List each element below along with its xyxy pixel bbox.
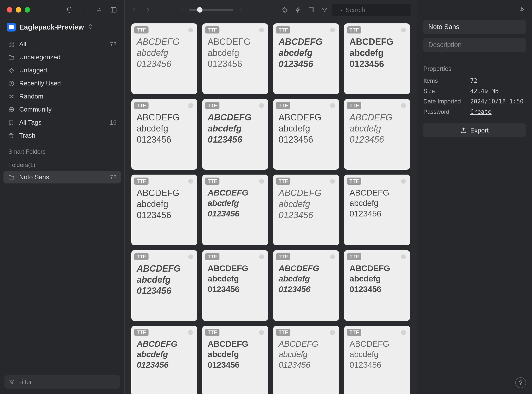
status-dot: [259, 28, 264, 33]
folder-icon: [8, 174, 15, 181]
svg-rect-4: [12, 45, 14, 47]
font-card[interactable]: TTF ABCDEFG abcdefg 0123456: [273, 326, 339, 394]
sidebar-item-label: All Tags: [19, 119, 42, 126]
transfer-icon[interactable]: [95, 6, 103, 14]
window-close-button[interactable]: [7, 7, 12, 13]
sidebar-item-community[interactable]: Community: [3, 103, 121, 116]
format-badge: TTF: [347, 178, 361, 185]
action-icon[interactable]: [294, 6, 302, 14]
sidebar-folders: Noto Sans 72: [0, 170, 124, 185]
sidebar-item-count: 72: [110, 41, 116, 48]
property-value: 72: [470, 77, 477, 84]
font-card[interactable]: TTF ABCDEFG abcdefg 0123456: [131, 174, 198, 246]
search-input[interactable]: [346, 6, 423, 14]
divider: [423, 59, 526, 59]
grid-icon: [8, 41, 15, 48]
font-card[interactable]: TTF ABCDEFG abcdefg 0123456: [344, 23, 410, 94]
font-sample: ABCDEFG abcdefg 0123456: [137, 36, 192, 69]
format-badge: TTF: [347, 26, 361, 33]
smart-folders-label[interactable]: Smart Folders: [0, 143, 124, 157]
grid-scroll[interactable]: TTF ABCDEFG abcdefg 0123456 TTF ABCDEFG …: [125, 20, 417, 394]
chevron-down-icon[interactable]: ⌄: [339, 7, 343, 13]
zoom-thumb[interactable]: [197, 7, 202, 13]
format-badge: TTF: [276, 26, 290, 33]
status-dot: [259, 179, 264, 184]
sidebar-item-random[interactable]: Random: [3, 90, 121, 103]
clock-icon: [8, 80, 15, 87]
export-button[interactable]: Export: [423, 123, 526, 137]
font-card[interactable]: TTF ABCDEFG abcdefg 0123456: [202, 99, 268, 170]
font-card[interactable]: TTF ABCDEFG abcdefg 0123456: [131, 326, 198, 394]
sidebar: Eaglepack-Preview All 72 Uncategorized U…: [0, 0, 125, 394]
layout-icon[interactable]: [307, 6, 315, 14]
property-value: 2024/10/18 1:50: [470, 98, 524, 105]
font-card[interactable]: TTF ABCDEFG abcdefg 0123456: [273, 250, 339, 321]
font-card[interactable]: TTF ABCDEFG abcdefg 0123456: [131, 250, 198, 321]
create-password-link[interactable]: Create: [470, 108, 492, 115]
help-button[interactable]: ?: [515, 377, 526, 388]
font-sample: ABCDEFG abcdefg 0123456: [137, 263, 192, 296]
font-card[interactable]: TTF ABCDEFG abcdefg 0123456: [344, 99, 410, 170]
zoom-slider[interactable]: [189, 9, 233, 11]
path-indicator[interactable]: [157, 6, 165, 14]
filter-toolbar-icon[interactable]: [321, 6, 329, 14]
format-badge: TTF: [347, 253, 361, 260]
font-card[interactable]: TTF ABCDEFG abcdefg 0123456: [273, 174, 339, 246]
sidebar-item-label: Untagged: [19, 66, 47, 74]
nav-forward-button[interactable]: [144, 6, 152, 14]
search-box[interactable]: ⌄: [332, 4, 411, 16]
font-card[interactable]: TTF ABCDEFG abcdefg 0123456: [131, 23, 198, 94]
font-card[interactable]: TTF ABCDEFG abcdefg 0123456: [273, 23, 339, 94]
zoom-out-button[interactable]: −: [178, 6, 185, 14]
property-key: Date Imported: [423, 98, 470, 105]
svg-rect-8: [309, 8, 314, 12]
sidebar-item-uncategorized[interactable]: Uncategorized: [3, 51, 121, 64]
sidebar-item-trash[interactable]: Trash: [3, 129, 121, 142]
notifications-icon[interactable]: [65, 6, 73, 14]
font-card[interactable]: TTF ABCDEFG abcdefg 0123456: [344, 250, 410, 321]
sidebar-item-untagged[interactable]: Untagged: [3, 64, 121, 77]
font-sample: ABCDEFG abcdefg 0123456: [279, 187, 334, 221]
folders-label[interactable]: Folders(1): [0, 157, 124, 170]
inspector-title-field[interactable]: Noto Sans: [423, 20, 526, 34]
inspector-description-field[interactable]: Description: [423, 38, 526, 52]
font-card[interactable]: TTF ABCDEFG abcdefg 0123456: [202, 326, 268, 394]
format-badge: TTF: [276, 253, 290, 260]
sidebar-item-label: Trash: [19, 132, 35, 139]
sidebar-folder-noto-sans[interactable]: Noto Sans 72: [3, 171, 121, 183]
window-minimize-button[interactable]: [16, 7, 21, 13]
traffic-lights: [7, 7, 30, 13]
status-dot: [259, 103, 264, 108]
sidebar-item-all[interactable]: All 72: [3, 38, 121, 50]
font-card[interactable]: TTF ABCDEFG abcdefg 0123456: [202, 250, 268, 321]
font-card[interactable]: TTF ABCDEFG abcdefg 0123456: [202, 23, 268, 94]
library-switcher[interactable]: Eaglepack-Preview: [0, 20, 124, 37]
font-card[interactable]: TTF ABCDEFG abcdefg 0123456: [131, 99, 198, 170]
nav-back-button[interactable]: [131, 6, 138, 14]
sidebar-item-all-tags[interactable]: All Tags 16: [3, 116, 121, 129]
window-maximize-button[interactable]: [25, 7, 30, 13]
inspector: Noto Sans Description Properties Items 7…: [417, 0, 532, 394]
font-card[interactable]: TTF ABCDEFG abcdefg 0123456: [273, 99, 339, 170]
add-icon[interactable]: [80, 6, 88, 14]
status-dot: [330, 179, 335, 184]
sidebar-item-count: 72: [110, 174, 116, 181]
font-card[interactable]: TTF ABCDEFG abcdefg 0123456: [344, 174, 410, 246]
extension-icon[interactable]: [281, 6, 289, 14]
sidebar-collections: All 72 Uncategorized Untagged Recently U…: [0, 37, 124, 143]
sidebar-item-recently-used[interactable]: Recently Used: [3, 77, 121, 90]
font-card[interactable]: TTF ABCDEFG abcdefg 0123456: [202, 174, 268, 246]
svg-rect-1: [9, 42, 11, 44]
sidebar-item-label: Community: [19, 106, 51, 113]
format-badge: TTF: [205, 178, 219, 185]
font-sample: ABCDEFG abcdefg 0123456: [279, 339, 334, 370]
pin-icon[interactable]: [519, 6, 526, 14]
property-key: Size: [423, 88, 470, 95]
svg-rect-2: [12, 42, 14, 44]
zoom-in-button[interactable]: +: [237, 6, 244, 14]
font-card[interactable]: TTF ABCDEFG abcdefg 0123456: [344, 326, 410, 394]
filter-input[interactable]: Filter: [4, 375, 120, 389]
properties-label: Properties: [423, 65, 526, 72]
status-dot: [259, 254, 264, 259]
toggle-sidebar-icon[interactable]: [110, 6, 117, 14]
